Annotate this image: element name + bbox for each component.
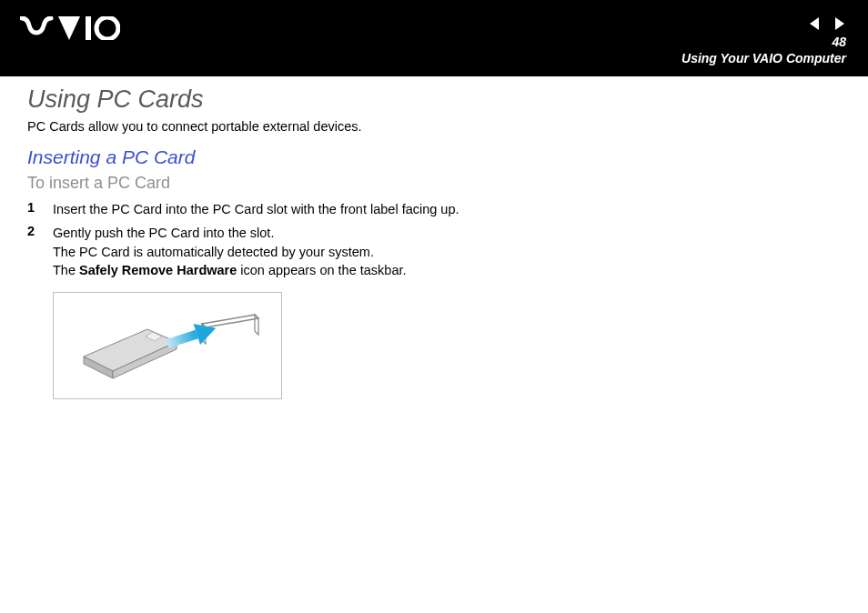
vaio-logo xyxy=(20,16,120,44)
nav-prev-icon[interactable] xyxy=(808,16,823,35)
svg-point-1 xyxy=(96,17,118,39)
svg-marker-8 xyxy=(202,315,258,327)
header-bar: 48 Using Your VAIO Computer xyxy=(0,0,868,76)
svg-rect-0 xyxy=(86,16,91,40)
step-bold: Safely Remove Hardware xyxy=(79,263,237,277)
step-row: 2 Gently push the PC Card into the slot.… xyxy=(27,224,841,279)
step-number: 2 xyxy=(27,224,53,279)
svg-marker-3 xyxy=(835,17,844,30)
step-number: 1 xyxy=(27,200,53,218)
step-line: The PC Card is automatically detected by… xyxy=(53,245,374,259)
figure-pc-card-insert xyxy=(53,292,282,399)
step-line: icon appears on the taskbar. xyxy=(237,263,406,277)
procedure-title: To insert a PC Card xyxy=(27,174,841,193)
nav-next-icon[interactable] xyxy=(832,16,846,35)
subsection-title: Inserting a PC Card xyxy=(27,146,841,168)
page-number: 48 xyxy=(832,35,846,49)
pc-card-illustration xyxy=(67,300,267,391)
page-title: Using PC Cards xyxy=(27,85,841,114)
step-line: Gently push the PC Card into the slot. xyxy=(53,226,274,240)
svg-marker-10 xyxy=(255,315,258,335)
step-text: Gently push the PC Card into the slot. T… xyxy=(53,224,407,279)
nav-arrows xyxy=(808,16,846,35)
page-content: Using PC Cards PC Cards allow you to con… xyxy=(0,76,868,399)
step-line: The xyxy=(53,263,79,277)
header-section-title: Using Your VAIO Computer xyxy=(681,51,846,65)
svg-marker-2 xyxy=(810,17,819,30)
intro-text: PC Cards allow you to connect portable e… xyxy=(27,119,841,134)
svg-rect-11 xyxy=(166,330,197,348)
step-row: 1 Insert the PC Card into the PC Card sl… xyxy=(27,200,841,218)
step-text: Insert the PC Card into the PC Card slot… xyxy=(53,200,459,218)
